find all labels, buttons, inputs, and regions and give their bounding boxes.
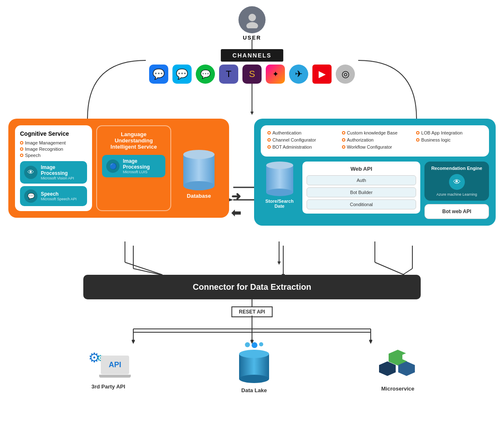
feat-workflow: Workflow Configurator — [342, 144, 408, 149]
image-processing-subtitle: Microsoft Vision API — [41, 176, 83, 180]
cognitive-item-3: Speech — [20, 153, 87, 158]
datalake-dot-1 — [245, 342, 250, 347]
cognitive-item-2: Image Recognition — [20, 147, 87, 152]
datalake-dot-2 — [252, 342, 257, 348]
svg-marker-3 — [250, 112, 254, 115]
svg-marker-42 — [277, 261, 281, 265]
webapi-botbuilder: Bot Builder — [307, 187, 416, 197]
svg-marker-16 — [369, 341, 372, 344]
channels-box: CHANNELS — [221, 49, 283, 62]
webapi-box: Web API Auth Bot Builder Conditional — [302, 162, 420, 214]
channel-icon-5: S — [242, 65, 262, 84]
orange-box: Cognitive Service Image Management Image… — [8, 119, 229, 218]
speech-title: Speech — [41, 191, 77, 197]
channel-icon-9: ◎ — [336, 65, 355, 84]
feat-authorization: Authorization — [342, 137, 408, 142]
svg-marker-11 — [132, 341, 135, 344]
feat-auth: Authentication — [267, 130, 334, 135]
cognitive-title: Cognitive Service — [20, 130, 87, 137]
channel-icon-2: 💬 — [172, 65, 192, 84]
channel-icon-6: ✦ — [266, 65, 285, 84]
svg-line-40 — [375, 262, 404, 275]
image-processing-title: Image Processing — [41, 164, 83, 176]
reco-column: Recomendation Engine 👁 Azure machine Lea… — [424, 162, 489, 219]
channel-icon-8: ▶ — [312, 65, 332, 84]
reco-box: Recomendation Engine 👁 Azure machine Lea… — [424, 162, 489, 201]
channel-icon-1: 💬 — [149, 65, 168, 84]
data-lake: Data Lake — [237, 350, 271, 393]
database-label: Database — [187, 193, 211, 199]
bot-api-box: Bot web API — [424, 204, 489, 219]
svg-line-20 — [133, 269, 161, 275]
luis-box: Language Understanding Intelligent Servi… — [96, 125, 171, 211]
channel-icon-4: T — [219, 65, 238, 84]
store-section: Store/SearchDate — [261, 162, 298, 209]
feat-lob: LOB App Integration — [416, 130, 482, 135]
user-avatar — [239, 6, 266, 33]
luis-card: 🔵 Image Processing Microsoft LUIS — [102, 155, 165, 177]
arrow-right: ➜ — [231, 189, 241, 203]
feat-bizlogic: Business logic — [416, 137, 482, 142]
teal-box: Authentication Channel Configurator BOT … — [254, 119, 496, 226]
svg-line-22 — [403, 269, 412, 275]
reco-eye-icon: 👁 — [449, 174, 465, 190]
channel-icon-3: 💬 — [196, 65, 215, 84]
speech-subtitle: Microsoft Speech API — [41, 197, 77, 201]
luis-title: Language Understanding Intelligent Servi… — [102, 131, 165, 150]
svg-marker-32 — [132, 340, 135, 343]
teal-features: Authentication Channel Configurator BOT … — [261, 125, 489, 157]
luis-card-title: Image Processing — [123, 158, 161, 170]
third-party-label: 3rd Party API — [91, 383, 125, 390]
svg-line-38 — [125, 262, 162, 275]
cognitive-item-1: Image Management — [20, 140, 87, 145]
microservice-label: Microservice — [381, 386, 414, 392]
luis-card-subtitle: Microsoft LUIS — [123, 170, 161, 174]
feat-kb: Custom knowledge Base — [342, 130, 408, 135]
reco-subtitle: Azure machine Learning — [429, 192, 485, 197]
api-text: API — [109, 361, 121, 369]
user-label: USER — [243, 35, 261, 41]
cognitive-service-box: Cognitive Service Image Management Image… — [15, 125, 92, 211]
store-label: Store/SearchDate — [265, 199, 294, 209]
reco-title: Recomendation Engine — [429, 166, 485, 171]
datalake-label: Data Lake — [241, 387, 267, 393]
database-section: Database — [175, 125, 222, 211]
webapi-title: Web API — [307, 166, 416, 172]
arrow-left: ⬅ — [231, 206, 241, 220]
connector-bar: Connector for Data Extraction — [83, 275, 421, 299]
datalake-dot-3 — [259, 342, 263, 346]
webapi-conditional: Conditional — [307, 199, 416, 209]
image-processing-card: 👁 Image Processing Microsoft Vision API — [20, 161, 87, 184]
svg-marker-36 — [369, 340, 372, 343]
channel-icon-7: ✈ — [289, 65, 308, 84]
svg-point-28 — [246, 22, 258, 28]
reset-api-label: RESET API — [232, 306, 273, 317]
microservice: Microservice — [379, 350, 417, 392]
feat-channel: Channel Configurator — [267, 137, 334, 142]
svg-point-27 — [248, 14, 256, 21]
speech-card: 💬 Speech Microsoft Speech API — [20, 186, 87, 206]
third-party-api: ⚙ ⚙ API 3rd Party API — [87, 350, 129, 390]
webapi-auth: Auth — [307, 175, 416, 185]
feat-bot: BOT Administration — [267, 144, 334, 149]
